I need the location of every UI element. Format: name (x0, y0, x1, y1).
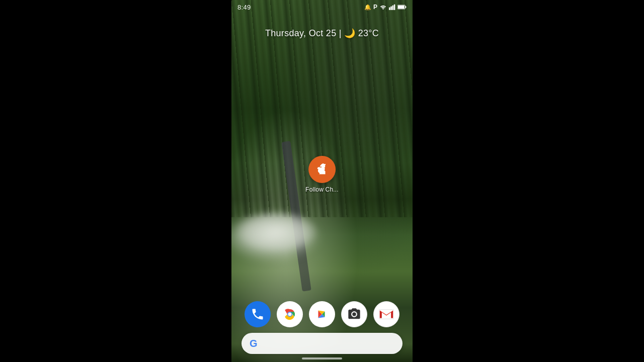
status-bar: 8:49 🔔 P (231, 0, 413, 14)
svg-rect-1 (390, 7, 392, 10)
notification-icon: 🔔 (364, 4, 371, 11)
chrome-icon (282, 306, 298, 322)
dock-chrome-button[interactable] (277, 301, 303, 327)
phone-icon (251, 307, 265, 321)
follow-chess-icon[interactable] (308, 156, 336, 183)
svg-rect-3 (394, 5, 395, 10)
svg-point-10 (288, 313, 292, 316)
signal-icon (389, 4, 395, 10)
cloud-2 (236, 211, 317, 251)
svg-rect-0 (389, 8, 390, 10)
gmail-icon (379, 308, 394, 320)
search-bar[interactable]: G (242, 333, 403, 354)
google-g-letter: G (250, 338, 258, 348)
follow-chess-label: Follow Ch... (305, 186, 339, 193)
phone-screen: 8:49 🔔 P Thurs (231, 0, 413, 362)
date-weather-text: Thursday, Oct 25 | 🌙 23°C (265, 28, 379, 38)
dock-play-button[interactable] (309, 301, 335, 327)
battery-icon (397, 4, 407, 10)
dock (242, 297, 403, 332)
date-weather-widget: Thursday, Oct 25 | 🌙 23°C (231, 28, 413, 39)
svg-rect-2 (392, 6, 394, 10)
camera-icon (347, 307, 361, 321)
status-icons: 🔔 P (364, 4, 407, 11)
status-time: 8:49 (237, 4, 251, 11)
nav-pill (302, 357, 342, 359)
right-panel (413, 0, 644, 362)
dock-gmail-button[interactable] (373, 301, 399, 327)
chess-knight-svg (314, 161, 330, 177)
svg-point-7 (320, 166, 321, 167)
follow-chess-app[interactable]: Follow Ch... (305, 156, 339, 193)
svg-rect-5 (406, 6, 407, 8)
svg-rect-6 (398, 6, 405, 9)
wifi-icon (379, 4, 387, 10)
play-store-icon (314, 307, 330, 322)
dock-camera-button[interactable] (341, 301, 367, 327)
p-icon: P (373, 4, 377, 11)
left-panel (0, 0, 231, 362)
dock-phone-button[interactable] (245, 301, 271, 327)
